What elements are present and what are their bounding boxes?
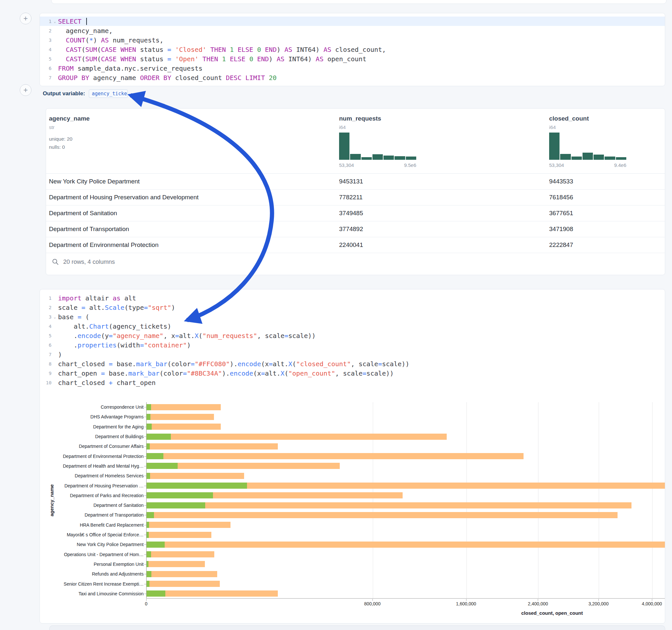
code-text: .encode(y="agency_name", x=alt.X("num_re… [58, 332, 316, 340]
code-line[interactable]: 7GROUP BY agency_name ORDER BY closed_co… [40, 73, 665, 82]
y-axis-label: Refunds and Adjustments [92, 571, 144, 577]
y-axis-tick [144, 427, 146, 427]
x-axis-label: 0 [145, 601, 147, 606]
column-name: closed_count [549, 115, 665, 122]
code-line[interactable]: 3 COUNT(*) AS num_requests, [40, 35, 665, 45]
code-line[interactable]: 1⌄SELECT [40, 17, 665, 26]
y-axis-label: Department of Sanitation [93, 503, 144, 508]
column-header[interactable]: agency_namestrunique: 20nulls: 0 [46, 108, 336, 173]
x-axis-tick [652, 599, 652, 601]
line-number: 2 [40, 305, 51, 310]
next-cell-edge [49, 626, 665, 630]
closed_count-bar [146, 581, 220, 587]
code-line[interactable]: 2 agency_name, [40, 26, 665, 35]
code-line[interactable]: 6 .properties(width="container") [40, 340, 665, 350]
histogram-bar [339, 132, 350, 160]
open_count-bar [146, 453, 163, 459]
code-text: CAST(SUM(CASE WHEN status = 'Closed' THE… [58, 46, 386, 53]
table-cell: 2222847 [546, 241, 665, 248]
chart-plot-area [146, 402, 665, 599]
column-type: i64 [549, 124, 665, 130]
python-cell[interactable]: 1import altair as alt2scale = alt.Scale(… [40, 289, 665, 624]
y-axis-tick [144, 437, 146, 437]
open_count-bar [146, 532, 149, 538]
y-axis-label: Senior Citizen Rent Increase Exempti… [64, 581, 144, 587]
y-axis-tick [144, 407, 146, 407]
fold-chevron-icon[interactable]: ⌄ [51, 315, 58, 319]
open_count-bar [146, 483, 247, 489]
code-text: import altair as alt [58, 294, 136, 302]
code-line[interactable]: 4 alt.Chart(agency_tickets) [40, 321, 665, 331]
y-axis-tick [144, 446, 146, 446]
column-header[interactable]: closed_counti6453,3049.4e6 [546, 108, 665, 173]
y-axis-label: DHS Advantage Programs [91, 414, 144, 419]
y-axis-labels: Correspondence UnitDHS Advantage Program… [40, 402, 144, 599]
table-body: New York City Police Department945313194… [46, 174, 665, 253]
open_count-bar [146, 463, 178, 469]
open_count-bar [146, 581, 149, 587]
histogram-bar [582, 153, 593, 160]
code-line[interactable]: 1import altair as alt [40, 293, 665, 303]
histogram-bar [605, 156, 615, 160]
output-variable-chip[interactable]: agency_tickets [89, 90, 128, 98]
column-header[interactable]: num_requestsi6453,3049.5e6 [336, 108, 546, 173]
python-editor[interactable]: 1import altair as alt2scale = alt.Scale(… [40, 289, 665, 387]
code-line[interactable]: 2scale = alt.Scale(type="sqrt") [40, 303, 665, 312]
code-line[interactable]: 10chart_closed + chart_open [40, 378, 665, 387]
y-axis-label: Department of Parks and Recreation [70, 493, 144, 498]
y-axis-tick [144, 574, 146, 574]
y-axis-title: agency_name [49, 484, 54, 516]
closed_count-bar [146, 522, 231, 528]
code-line[interactable]: 5 CAST(SUM(CASE WHEN status = 'Open' THE… [40, 54, 665, 64]
line-number: 8 [40, 361, 51, 366]
y-axis-tick [144, 456, 146, 457]
column-histogram [339, 132, 416, 160]
code-line[interactable]: 6FROM sample_data.nyc.service_requests [40, 64, 665, 73]
code-line[interactable]: 5 .encode(y="agency_name", x=alt.X("num_… [40, 331, 665, 340]
x-axis-label: 1,600,000 [456, 601, 476, 606]
y-axis-tick [144, 417, 146, 417]
fold-chevron-icon[interactable]: ⌄ [51, 19, 58, 24]
code-text: FROM sample_data.nyc.service_requests [58, 65, 202, 72]
code-line[interactable]: 4 CAST(SUM(CASE WHEN status = 'Closed' T… [40, 45, 665, 54]
code-text: GROUP BY agency_name ORDER BY closed_cou… [58, 74, 277, 82]
closed_count-bar [146, 404, 221, 410]
add-cell-button-middle[interactable]: + [20, 84, 31, 96]
y-axis-label: Taxi and Limousine Commission [78, 591, 144, 596]
table-header: agency_namestrunique: 20nulls: 0num_requ… [46, 108, 665, 174]
y-axis-label: HRA Benefit Card Replacement [80, 523, 144, 528]
code-line[interactable]: 8chart_closed = base.mark_bar(color="#FF… [40, 359, 665, 368]
code-line[interactable]: 7) [40, 350, 665, 359]
x-axis-tick [373, 599, 373, 601]
text-cursor [86, 18, 87, 25]
x-axis-label: 800,000 [364, 601, 381, 606]
y-axis-label: Department of Buildings [95, 434, 144, 439]
code-text: chart_closed + chart_open [58, 379, 155, 387]
histogram-bar [350, 154, 360, 160]
gridline [373, 402, 373, 598]
y-axis-label: New York City Police Department [77, 542, 144, 547]
x-axis-tick [598, 599, 599, 601]
y-axis-tick [144, 466, 146, 466]
closed_count-bar [146, 532, 211, 538]
table-cell: 9443533 [546, 178, 665, 185]
add-cell-button-top[interactable]: + [20, 13, 31, 24]
y-axis-tick [144, 584, 146, 584]
code-text: scale = alt.Scale(type="sqrt") [58, 304, 175, 311]
sql-editor[interactable]: 1⌄SELECT 2 agency_name,3 COUNT(*) AS num… [40, 13, 665, 82]
table-cell: 3749485 [336, 210, 546, 217]
table-cell: 3677651 [546, 210, 665, 217]
code-line[interactable]: 9chart_open = base.mark_bar(color="#8BC3… [40, 368, 665, 378]
open_count-bar [146, 473, 150, 479]
closed_count-bar [146, 561, 205, 567]
open_count-bar [146, 561, 148, 567]
code-line[interactable]: 3⌄base = ( [40, 312, 665, 321]
code-text: CAST(SUM(CASE WHEN status = 'Open' THEN … [58, 55, 366, 63]
y-axis-tick [144, 476, 146, 476]
sql-cell[interactable]: 1⌄SELECT 2 agency_name,3 COUNT(*) AS num… [40, 13, 665, 86]
line-number: 9 [40, 371, 51, 376]
y-axis-tick [144, 555, 146, 555]
histogram-bar [560, 154, 571, 160]
search-icon[interactable] [52, 258, 59, 265]
line-number: 3 [40, 38, 51, 43]
